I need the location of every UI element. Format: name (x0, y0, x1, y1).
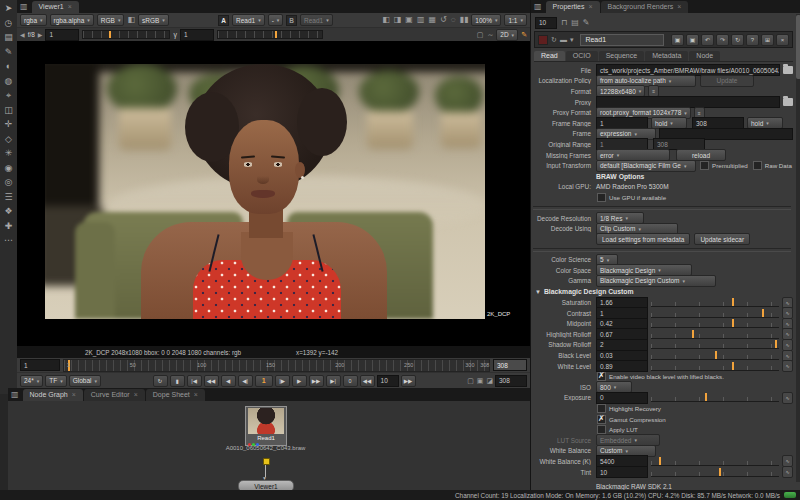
end-frame-field[interactable]: 308 (495, 375, 527, 387)
timeline-filter-dropdown[interactable]: TF (45, 375, 66, 387)
enable-black-checkbox[interactable] (597, 372, 606, 381)
toolbar-particles-icon[interactable]: ✳ (5, 149, 13, 158)
wb-kelvin-slider[interactable] (651, 457, 779, 466)
wipe-mode-dropdown[interactable]: - (268, 14, 284, 26)
help-icon[interactable]: ? (746, 34, 759, 46)
pane-menu-icon[interactable]: ▥ (11, 391, 19, 399)
dither-icon[interactable]: ∼ (487, 31, 493, 38)
slider-track[interactable] (651, 362, 779, 371)
gamma-slider[interactable] (217, 30, 323, 39)
checkbox[interactable] (597, 404, 606, 413)
toolbar-filter-icon[interactable]: ◍ (5, 77, 13, 86)
wipe-icon[interactable]: ◨ (394, 16, 402, 24)
checkbox[interactable] (597, 425, 606, 434)
step-back-button[interactable]: ◀| (238, 375, 253, 387)
display-style-icon[interactable]: ◧ (127, 16, 135, 24)
exposure-slider[interactable] (651, 393, 779, 402)
bottom-tab[interactable]: Curve Editor × (84, 389, 145, 401)
sync-range-icon[interactable]: ◪ (486, 377, 493, 384)
playback-mode-button[interactable]: ▮ (170, 375, 185, 387)
bottom-tab[interactable]: Dope Sheet × (146, 389, 205, 401)
redo-icon[interactable]: ↷ (716, 34, 729, 46)
node-graph-canvas[interactable]: Read1 A0010_06050642_C043.braw ▼ Viewer1 (8, 401, 530, 490)
exposure-field[interactable]: 0 (596, 392, 648, 404)
view-mode-dropdown[interactable]: 2D (496, 29, 518, 41)
gamma-field[interactable]: 1 (180, 29, 214, 41)
input-a-dropdown[interactable]: Read1 (232, 14, 265, 26)
close-icon[interactable]: × (72, 391, 76, 398)
node-color-swatch[interactable] (538, 35, 548, 45)
alpha-layer-dropdown[interactable]: rgba.alpha (50, 14, 94, 26)
loop-mode-button[interactable]: ↻ (153, 375, 168, 387)
input-transform-dropdown[interactable]: default [Blackmagic Film Ge (596, 160, 696, 172)
checkbox[interactable] (753, 161, 762, 170)
pane-menu-icon[interactable]: ▥ (534, 3, 542, 11)
node-curve-icon[interactable]: ▾ (570, 36, 574, 43)
close-icon[interactable]: × (588, 3, 592, 10)
checkbox[interactable] (597, 415, 606, 424)
load-settings-button[interactable]: Load settings from metadata (596, 233, 690, 245)
viewer-colorspace-dropdown[interactable]: sRGB (138, 14, 169, 26)
prev-keyframe-button[interactable]: ◀◀ (204, 375, 219, 387)
node-tab[interactable]: OCIO (566, 51, 598, 61)
toolbar-3d-icon[interactable]: ◇ (5, 135, 12, 144)
tint-field[interactable]: 10 (596, 466, 648, 478)
current-frame[interactable]: 1 (255, 375, 273, 387)
node-tab[interactable]: Read (534, 51, 565, 61)
flipbook-icon[interactable]: ▢ (467, 377, 474, 384)
lock-panels-icon[interactable]: ⊓ (561, 19, 567, 27)
refresh-icon[interactable]: ↺ (440, 16, 447, 24)
roi-icon[interactable]: ▣ (405, 16, 413, 24)
toolbar-time-icon[interactable]: ◷ (5, 19, 13, 28)
curve-button[interactable]: ∿ (782, 392, 793, 404)
collapse-triangle-icon[interactable]: ▼ (535, 289, 541, 295)
revert-icon[interactable]: ↻ (731, 34, 744, 46)
input-b-dropdown[interactable]: Read1 (300, 14, 333, 26)
expand-panels-icon[interactable]: ▤ (571, 19, 579, 27)
pause-icon[interactable]: ▮▮ (460, 16, 469, 24)
update-sidecar-button[interactable]: Update sidecar (694, 233, 750, 245)
node-tab[interactable]: Metadata (645, 51, 688, 61)
range-out-field[interactable]: 308 (493, 359, 527, 371)
checkbox-row[interactable]: Raw Data (753, 161, 792, 170)
toolbar-merge-icon[interactable]: ◫ (4, 106, 13, 115)
range-in-field[interactable]: 1 (20, 359, 60, 371)
gamma-dropdown[interactable]: Blackmagic Design Custom (596, 275, 716, 287)
tab-viewer1[interactable]: Viewer1 × (32, 1, 79, 13)
slider-track[interactable] (651, 330, 779, 339)
display-channels-dropdown[interactable]: RGB (97, 14, 125, 26)
proxy-scale-dropdown[interactable]: 1:1 (504, 14, 527, 26)
close-icon[interactable]: × (134, 391, 138, 398)
use-gpu-checkbox[interactable] (597, 193, 606, 202)
fps-dropdown[interactable]: 24* (20, 375, 43, 387)
pane-menu-icon[interactable]: ▥ (20, 3, 28, 11)
lock-range-icon[interactable]: ▣ (477, 377, 484, 384)
proxy-browse-icon[interactable] (783, 98, 793, 106)
tint-slider[interactable] (651, 468, 779, 477)
node-name-field[interactable]: Read1 (580, 34, 664, 46)
checkbox-row[interactable]: Premultiplied (700, 161, 748, 170)
toolbar-all-plugins-icon[interactable]: ⋯ (4, 236, 13, 245)
toolbar-transform-icon[interactable]: ✛ (5, 120, 13, 129)
properties-tab[interactable]: Properties × (546, 1, 600, 13)
close-icon[interactable]: × (194, 391, 198, 398)
annotate-pen-icon[interactable]: ✎ (521, 31, 527, 38)
frame-slider[interactable]: 150100150200250300308 (63, 359, 490, 372)
step-forward-button[interactable]: |▶ (275, 375, 290, 387)
float-panel-icon[interactable]: ▣ (686, 34, 699, 46)
viewer-canvas[interactable]: 2K_DCP (17, 41, 530, 346)
zoom-dropdown[interactable]: 100% (471, 14, 501, 26)
slider-track[interactable] (651, 319, 779, 328)
node-output-dot[interactable] (263, 458, 270, 465)
jump-forward-button[interactable]: ▶▶ (401, 375, 416, 387)
max-panels-field[interactable]: 10 (535, 17, 557, 29)
toolbar-deep-icon[interactable]: ◉ (5, 164, 13, 173)
jump-back-button[interactable]: ◀◀ (360, 375, 375, 387)
toolbar-draw-icon[interactable]: ✎ (5, 48, 13, 57)
slider-track[interactable] (651, 309, 779, 318)
mask-overlay-icon[interactable]: ▥ (417, 16, 425, 24)
close-panel-icon[interactable]: × (776, 34, 789, 46)
file-browse-icon[interactable] (783, 66, 793, 74)
goto-end-button[interactable]: ▶| (326, 375, 341, 387)
gain-next-icon[interactable]: ▶ (38, 32, 43, 38)
